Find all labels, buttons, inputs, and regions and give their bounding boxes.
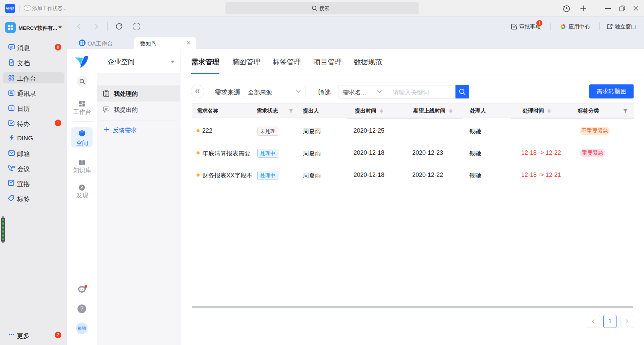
svg-text:4: 4: [10, 107, 12, 110]
